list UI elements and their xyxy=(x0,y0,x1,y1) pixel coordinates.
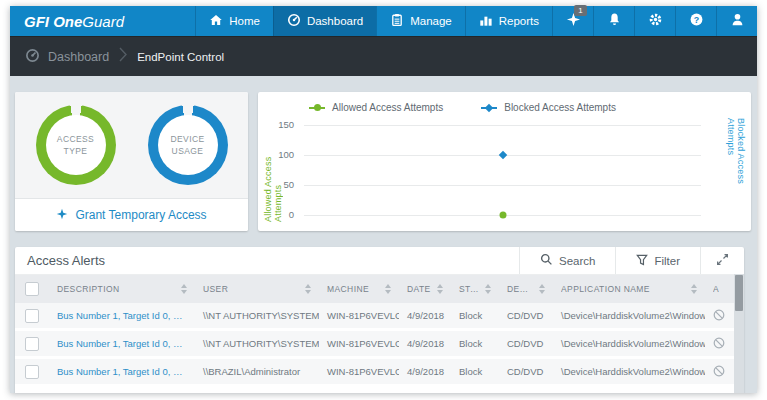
home-icon xyxy=(209,13,223,29)
donut-label-line1: ACCESS xyxy=(57,133,94,145)
column-label: DEVIC xyxy=(507,284,533,294)
scrollbar-thumb[interactable] xyxy=(735,275,743,311)
column-label: A xyxy=(713,284,719,294)
row-checkbox[interactable] xyxy=(25,309,39,323)
row-checkbox[interactable] xyxy=(25,365,39,379)
help-icon: ? xyxy=(689,12,704,31)
nav-tab-manage[interactable]: Manage xyxy=(376,6,465,36)
nav-icontab-quick-actions[interactable]: 1 xyxy=(552,6,593,36)
header-cell-description: DESCRIPTION xyxy=(49,284,195,294)
description-link[interactable]: Bus Number 1, Target Id 0, LUN 0 xyxy=(57,338,187,349)
chart-legend: Allowed Access Attempts Blocked Access A… xyxy=(216,102,709,113)
column-label: USER xyxy=(203,284,228,294)
device-usage-donut-chart: DEVICE USAGE xyxy=(148,105,228,185)
breadcrumb-section-label: Dashboard xyxy=(48,50,109,64)
breadcrumb-dashboard[interactable]: Dashboard xyxy=(25,48,109,66)
row-cell-user: \\NT AUTHORITY\SYSTEM xyxy=(195,338,319,349)
sort-control[interactable] xyxy=(385,284,391,294)
sort-control[interactable] xyxy=(539,284,545,294)
y-tick: 150 xyxy=(264,119,294,130)
row-cell-checkbox xyxy=(15,309,49,323)
y-axis-label-right: Blocked Access Attempts xyxy=(726,118,746,222)
dashboard-cards: ACCESS TYPE DEVICE USAGE xyxy=(15,92,751,231)
row-cell-description: Bus Number 1, Target Id 0, LUN 0 xyxy=(49,310,195,321)
search-button[interactable]: Search xyxy=(519,247,615,274)
block-icon[interactable] xyxy=(713,337,725,351)
legend-item-blocked[interactable]: Blocked Access Attempts xyxy=(481,102,616,113)
alerts-toolbar: Access Alerts Search Filter xyxy=(15,247,744,275)
column-label: STAT xyxy=(459,284,479,294)
nav-icontab-settings[interactable] xyxy=(634,6,675,36)
brand-gfi: GFI xyxy=(24,13,49,30)
chart-plot-area: 150 100 50 0 xyxy=(304,125,701,215)
nav-tab-home[interactable]: Home xyxy=(195,6,273,36)
donut-label-line2: TYPE xyxy=(64,145,88,157)
sort-control[interactable] xyxy=(305,284,311,294)
description-link[interactable]: Bus Number 1, Target Id 0, LUN 0 xyxy=(57,366,187,377)
donut-zone: ACCESS TYPE DEVICE USAGE xyxy=(15,92,248,199)
nav-tab-label: Reports xyxy=(499,15,539,27)
donut-label: ACCESS TYPE xyxy=(46,115,106,175)
row-cell-machine: WIN-81P6VEVLC0D xyxy=(319,366,399,377)
grant-temporary-access-link[interactable]: Grant Temporary Access xyxy=(15,199,248,231)
blocked-series-marker-icon xyxy=(481,104,497,111)
row-cell-device: CD/DVD xyxy=(499,338,553,349)
row-cell-date: 4/9/2018 xyxy=(399,366,451,377)
header-cell-device: DEVIC xyxy=(499,284,553,294)
top-navbar: GFI OneGuard Home Dashboard Manage xyxy=(10,6,757,36)
table-vertical-scrollbar[interactable] xyxy=(734,274,744,393)
brand-logo: GFI OneGuard xyxy=(10,6,138,36)
column-label: DESCRIPTION xyxy=(57,284,120,294)
sort-control[interactable] xyxy=(485,284,491,294)
nav-tab-dashboard[interactable]: Dashboard xyxy=(273,6,376,36)
y-tick: 0 xyxy=(264,209,294,220)
filter-button[interactable]: Filter xyxy=(615,247,700,274)
expand-button[interactable] xyxy=(700,247,744,274)
gauge-icon xyxy=(287,13,301,29)
header-cell-machine: MACHINE xyxy=(319,284,399,294)
row-cell-status: Block xyxy=(451,366,499,377)
summary-card: ACCESS TYPE DEVICE USAGE xyxy=(15,92,248,231)
legend-label: Allowed Access Attempts xyxy=(332,102,443,113)
row-cell-application: \Device\HarddiskVolume2\Windows\S... xyxy=(553,338,705,349)
row-cell-checkbox xyxy=(15,337,49,351)
header-cell-date: DATE xyxy=(399,284,451,294)
table-row: Bus Number 1, Target Id 0, LUN 0 \\BRAZI… xyxy=(15,359,744,387)
filter-label: Filter xyxy=(654,255,680,267)
row-checkbox[interactable] xyxy=(25,337,39,351)
bell-icon xyxy=(607,12,622,31)
header-cell-application: APPLICATION NAME xyxy=(553,284,705,294)
search-icon xyxy=(540,253,553,268)
y-tick: 100 xyxy=(264,149,294,160)
screenshot-frame: GFI OneGuard Home Dashboard Manage xyxy=(0,0,767,400)
alerts-title: Access Alerts xyxy=(15,247,519,274)
description-link[interactable]: Bus Number 1, Target Id 0, LUN 0 xyxy=(57,310,187,321)
nav-icontab-account[interactable] xyxy=(716,6,757,36)
header-cell-status: STAT xyxy=(451,284,499,294)
row-cell-description: Bus Number 1, Target Id 0, LUN 0 xyxy=(49,366,195,377)
nav-tab-label: Manage xyxy=(410,15,452,27)
donut-label-line2: USAGE xyxy=(172,145,204,157)
row-cell-user: \\BRAZIL\Administrator xyxy=(195,366,319,377)
row-cell-status: Block xyxy=(451,338,499,349)
blocked-data-point xyxy=(498,151,506,159)
breadcrumb-page-label: EndPoint Control xyxy=(137,51,224,63)
block-icon[interactable] xyxy=(713,309,725,323)
funnel-icon xyxy=(636,254,648,268)
navbar-spacer xyxy=(138,6,195,36)
table-row: Bus Number 1, Target Id 0, LUN 0 \\NT AU… xyxy=(15,331,744,359)
select-all-checkbox[interactable] xyxy=(25,282,39,296)
sort-control[interactable] xyxy=(181,284,187,294)
user-icon xyxy=(730,12,745,31)
block-icon[interactable] xyxy=(713,365,725,379)
nav-icontab-help[interactable]: ? xyxy=(675,6,716,36)
nav-tab-label: Dashboard xyxy=(307,15,363,27)
legend-item-allowed[interactable]: Allowed Access Attempts xyxy=(309,102,443,113)
nav-tab-reports[interactable]: Reports xyxy=(465,6,552,36)
sort-control[interactable] xyxy=(691,284,697,294)
row-cell-status: Block xyxy=(451,310,499,321)
y-tick: 50 xyxy=(264,179,294,190)
sort-control[interactable] xyxy=(437,284,443,294)
nav-icontab-notifications[interactable] xyxy=(593,6,634,36)
gridline xyxy=(304,185,701,186)
